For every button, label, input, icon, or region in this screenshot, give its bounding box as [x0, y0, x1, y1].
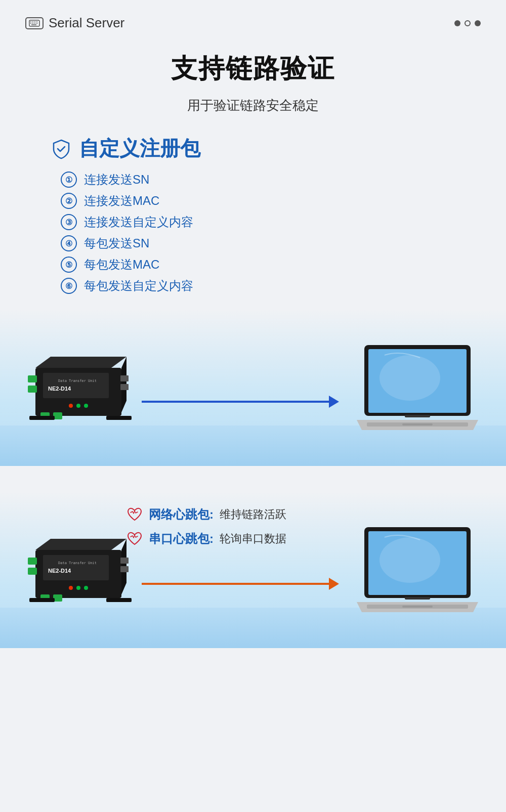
- arrow-right-1: [142, 396, 339, 408]
- svg-rect-23: [120, 375, 129, 381]
- svg-text:Data Transfer Unit: Data Transfer Unit: [58, 561, 97, 565]
- device-section-1: Data Transfer Unit NE2-D14: [0, 309, 506, 466]
- item-num: ③: [61, 214, 77, 230]
- item-text: 每包发送MAC: [84, 257, 159, 273]
- list-item: ⑤ 每包发送MAC: [61, 257, 486, 273]
- svg-rect-54: [405, 597, 430, 600]
- list-item: ① 连接发送SN: [61, 172, 486, 188]
- item-num: ⑤: [61, 257, 77, 273]
- header-dots: [454, 20, 481, 26]
- page-title: 支持链路验证: [30, 51, 476, 87]
- item-num: ②: [61, 193, 77, 209]
- feature-list: ① 连接发送SN ② 连接发送MAC ③ 连接发送自定义内容 ④ 每包发送SN …: [20, 172, 486, 294]
- svg-rect-38: [28, 568, 37, 575]
- arrow-line-orange: [142, 583, 329, 585]
- svg-marker-35: [35, 539, 126, 550]
- svg-rect-47: [120, 558, 129, 564]
- svg-marker-11: [35, 357, 126, 368]
- list-item: ⑥ 每包发送自定义内容: [61, 278, 486, 294]
- hb-label-2: 串口心跳包:: [149, 531, 214, 547]
- svg-rect-48: [120, 566, 129, 572]
- header: Serial Server: [0, 0, 506, 41]
- svg-rect-25: [29, 416, 55, 420]
- device-unit-2: Data Transfer Unit NE2-D14: [25, 535, 137, 615]
- arrow-head-1: [329, 396, 339, 408]
- svg-rect-26: [106, 416, 132, 420]
- feature-header: 自定义注册包: [20, 135, 486, 162]
- list-item: ② 连接发送MAC: [61, 193, 486, 209]
- svg-rect-33: [402, 423, 433, 425]
- bottom-spacer: [0, 648, 506, 678]
- item-text: 每包发送SN: [84, 235, 149, 251]
- svg-point-19: [84, 404, 88, 408]
- list-item: ③ 连接发送自定义内容: [61, 214, 486, 230]
- page-subtitle: 用于验证链路安全稳定: [30, 97, 476, 114]
- shield-icon: [51, 138, 72, 159]
- hb-label-1: 网络心跳包:: [149, 506, 214, 523]
- svg-text:NE2-D14: NE2-D14: [48, 386, 71, 392]
- main-content: 支持链路验证 用于验证链路安全稳定: [0, 41, 506, 114]
- svg-point-17: [69, 404, 73, 408]
- arrow-line-1: [142, 401, 329, 403]
- device-section-2: 网络心跳包: 维持链路活跃 串口心跳包: 轮询串口数据 Da: [0, 491, 506, 648]
- svg-text:Data Transfer Unit: Data Transfer Unit: [58, 379, 97, 383]
- svg-rect-37: [28, 558, 37, 565]
- hb-desc-1: 维持链路活跃: [220, 507, 286, 522]
- svg-point-41: [69, 586, 73, 590]
- heartbeat-item-1: 网络心跳包: 维持链路活跃: [126, 506, 476, 523]
- svg-rect-49: [29, 598, 55, 602]
- app-title: Serial Server: [49, 15, 124, 31]
- item-text: 连接发送SN: [84, 172, 149, 188]
- svg-rect-13: [28, 375, 37, 382]
- item-num: ⑥: [61, 278, 77, 294]
- svg-rect-24: [120, 384, 129, 390]
- laptop-1: [354, 340, 481, 438]
- dot-3: [475, 20, 481, 26]
- item-num: ④: [61, 235, 77, 251]
- svg-point-42: [76, 586, 80, 590]
- arrow-orange: [142, 578, 339, 590]
- dot-2: [465, 20, 471, 26]
- keyboard-icon: [25, 17, 44, 29]
- hb-desc-2: 轮询串口数据: [220, 531, 286, 546]
- svg-rect-57: [402, 606, 433, 608]
- gap-1: [0, 466, 506, 491]
- svg-rect-50: [106, 598, 132, 602]
- dot-1: [454, 20, 460, 26]
- svg-point-29: [380, 355, 440, 401]
- svg-point-43: [84, 586, 88, 590]
- svg-point-18: [76, 404, 80, 408]
- svg-rect-14: [28, 386, 37, 393]
- svg-point-53: [380, 537, 440, 583]
- header-left: Serial Server: [25, 15, 124, 31]
- item-text: 每包发送自定义内容: [84, 278, 193, 294]
- item-text: 连接发送MAC: [84, 193, 159, 209]
- item-text: 连接发送自定义内容: [84, 214, 193, 230]
- features-section: 自定义注册包 ① 连接发送SN ② 连接发送MAC ③ 连接发送自定义内容 ④ …: [0, 135, 506, 294]
- svg-text:NE2-D14: NE2-D14: [48, 568, 71, 574]
- list-item: ④ 每包发送SN: [61, 235, 486, 251]
- laptop-2: [354, 522, 481, 620]
- device-unit-1: Data Transfer Unit NE2-D14: [25, 353, 137, 433]
- feature1-title: 自定义注册包: [79, 135, 200, 162]
- arrow-head-orange: [329, 578, 339, 590]
- heart-icon-1: [126, 506, 143, 523]
- item-num: ①: [61, 172, 77, 188]
- svg-rect-30: [405, 415, 430, 417]
